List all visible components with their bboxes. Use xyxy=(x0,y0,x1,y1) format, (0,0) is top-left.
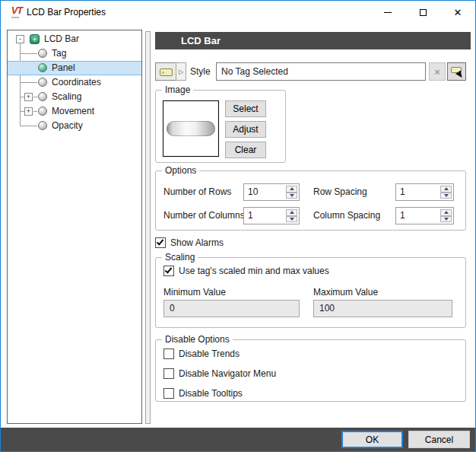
tree-item-label: Scaling xyxy=(52,90,81,104)
chevron-right-icon: ▷ xyxy=(179,68,183,75)
style-combobox[interactable]: No Tag Selected xyxy=(216,62,426,81)
clear-image-button[interactable]: Clear xyxy=(225,142,266,158)
disable-tooltips-checkbox[interactable] xyxy=(163,388,174,399)
tree-item-coordinates[interactable]: Coordinates xyxy=(8,75,141,90)
spinner-value[interactable]: 1 xyxy=(400,184,405,200)
disable-navigator-menu-label: Disable Navigator Menu xyxy=(179,368,276,379)
up-arrow-icon xyxy=(290,187,294,190)
ok-button[interactable]: OK xyxy=(341,431,403,448)
spinner-value[interactable]: 1 xyxy=(248,208,253,224)
down-arrow-icon xyxy=(444,194,449,197)
tree-item-label: Opacity xyxy=(52,119,83,133)
row-spacing-label: Row Spacing xyxy=(313,186,367,197)
splitter-handle[interactable] xyxy=(145,31,151,424)
scaling-group: Scaling Use tag's scaled min and max val… xyxy=(155,257,466,328)
browse-tag-button[interactable] xyxy=(447,62,466,81)
minimum-value-field: 0 xyxy=(163,300,300,317)
tree-item-scaling[interactable]: + Scaling xyxy=(8,90,141,104)
up-arrow-icon xyxy=(290,211,294,214)
disable-options-group: Disable Options Disable Trends Disable N… xyxy=(155,339,466,402)
spin-up-button[interactable] xyxy=(440,209,452,216)
expand-icon[interactable]: + xyxy=(24,107,33,116)
maximize-button[interactable] xyxy=(405,1,440,24)
up-arrow-icon xyxy=(444,211,449,214)
property-tree: - ✳ LCD Bar Tag Panel Coordinates + Scal… xyxy=(7,30,142,424)
image-preview xyxy=(163,100,219,157)
tree-item-opacity[interactable]: Opacity xyxy=(8,119,141,133)
minimize-button[interactable] xyxy=(370,1,405,24)
show-alarms-checkbox[interactable] xyxy=(155,237,166,248)
tag-type-button[interactable] xyxy=(155,62,176,81)
disable-trends-checkbox[interactable] xyxy=(163,349,174,359)
options-group: Options Number of Rows 10 Row Spacing 1 … xyxy=(155,170,466,231)
show-alarms-label: Show Alarms xyxy=(170,237,224,249)
bullet-icon xyxy=(38,107,47,116)
window-title: LCD Bar Properties xyxy=(27,1,106,24)
image-group-title: Image xyxy=(162,84,193,96)
vtscada-logo-icon: VT xyxy=(8,5,25,20)
spin-down-button[interactable] xyxy=(286,216,297,223)
options-group-title: Options xyxy=(162,165,199,177)
maximum-value-field: 100 xyxy=(313,300,452,317)
adjust-image-button[interactable]: Adjust xyxy=(225,121,266,138)
lcd-bar-properties-dialog: VT LCD Bar Properties ✕ - ✳ LCD Bar Tag … xyxy=(0,0,476,452)
number-of-rows-spinner[interactable]: 10 xyxy=(243,183,300,201)
use-tag-scaled-checkbox[interactable] xyxy=(163,266,174,276)
tree-item-tag[interactable]: Tag xyxy=(8,46,141,61)
bullet-icon xyxy=(38,78,47,87)
select-image-button[interactable]: Select xyxy=(225,100,266,117)
tag-icon xyxy=(160,68,173,76)
up-arrow-icon xyxy=(444,187,449,190)
bullet-icon-selected xyxy=(38,63,47,72)
spinner-buttons xyxy=(285,185,298,199)
bullet-icon xyxy=(38,49,47,58)
tree-item-label: Movement xyxy=(52,104,94,119)
spin-up-button[interactable] xyxy=(440,186,452,193)
spin-down-button[interactable] xyxy=(286,193,297,199)
tag-type-dropdown-button[interactable]: ▷ xyxy=(176,62,186,81)
cursor-icon xyxy=(455,71,465,80)
tree-item-label: Tag xyxy=(52,46,66,61)
bullet-icon xyxy=(38,92,47,101)
checkmark-icon xyxy=(165,266,173,273)
disable-options-group-title: Disable Options xyxy=(162,334,233,345)
panel-header: LCD Bar xyxy=(155,32,471,49)
number-of-columns-label: Number of Columns xyxy=(163,210,245,221)
footer-bar: OK Cancel xyxy=(1,428,475,451)
spinner-buttons xyxy=(285,208,298,223)
tree-item-movement[interactable]: + Movement xyxy=(8,104,141,119)
spinner-value[interactable]: 1 xyxy=(400,208,405,224)
minimize-icon xyxy=(384,12,392,13)
clear-tag-button: × xyxy=(429,62,446,81)
spin-up-button[interactable] xyxy=(286,209,297,216)
tree-item-label: LCD Bar xyxy=(44,32,79,46)
spin-down-button[interactable] xyxy=(440,193,452,199)
tree-item-panel[interactable]: Panel xyxy=(8,61,141,75)
disable-trends-label: Disable Trends xyxy=(179,349,240,359)
scaling-group-title: Scaling xyxy=(162,252,198,263)
row-spacing-spinner[interactable]: 1 xyxy=(395,183,454,201)
number-of-rows-label: Number of Rows xyxy=(163,186,231,197)
tree-item-lcd-bar[interactable]: - ✳ LCD Bar xyxy=(8,32,141,46)
cancel-button[interactable]: Cancel xyxy=(408,431,470,448)
lcd-bar-image xyxy=(167,121,215,136)
maximum-value-label: Maximum Value xyxy=(313,287,378,298)
expand-icon[interactable]: + xyxy=(24,93,33,101)
minimum-value-label: Minimum Value xyxy=(163,287,226,298)
close-icon: ✕ xyxy=(454,8,462,18)
tree-item-label: Panel xyxy=(52,61,75,75)
lcd-bar-tag-icon: ✳ xyxy=(30,34,40,44)
title-bar[interactable]: VT LCD Bar Properties ✕ xyxy=(1,1,475,24)
close-button[interactable]: ✕ xyxy=(440,1,475,24)
spin-down-button[interactable] xyxy=(440,216,452,223)
number-of-columns-spinner[interactable]: 1 xyxy=(243,207,300,224)
spin-up-button[interactable] xyxy=(286,186,297,193)
spinner-value[interactable]: 10 xyxy=(248,184,258,200)
collapse-icon[interactable]: - xyxy=(16,35,24,43)
disable-navigator-menu-checkbox[interactable] xyxy=(163,368,174,379)
column-spacing-spinner[interactable]: 1 xyxy=(395,207,454,224)
image-group: Image Select Adjust Clear xyxy=(155,90,286,163)
down-arrow-icon xyxy=(290,218,294,221)
window-controls: ✕ xyxy=(370,1,475,24)
spinner-buttons xyxy=(440,208,452,223)
